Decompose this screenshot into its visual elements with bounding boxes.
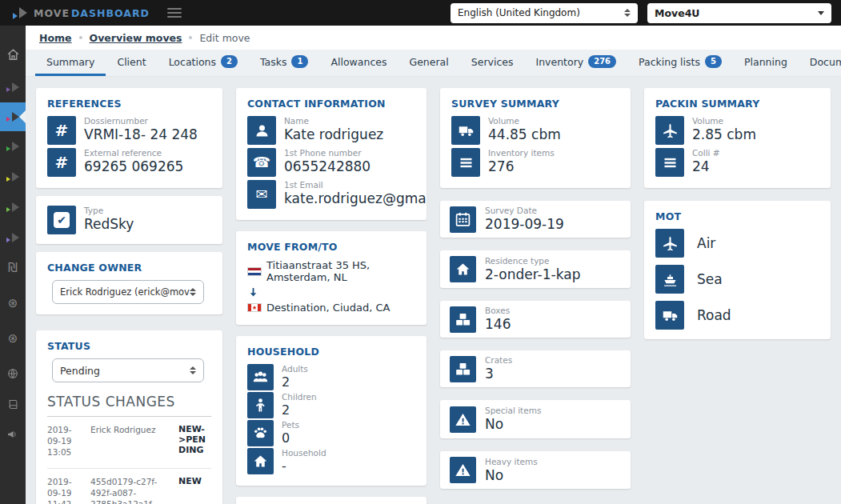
- sidebar-item-settings-1[interactable]: ⊛: [0, 288, 26, 318]
- status-change-value: NEW->PENDING: [178, 424, 211, 458]
- plane-icon: [655, 229, 684, 258]
- type-card: ✔ Type RedSky: [36, 196, 222, 244]
- warning-icon: [450, 457, 476, 483]
- field-label: Type: [84, 206, 134, 216]
- survey-date-card: Survey Date 2019-09-19: [440, 201, 631, 238]
- column-3: SURVEY SUMMARY Volume 44.85 cbm In: [440, 88, 631, 489]
- tab-services[interactable]: Services: [460, 50, 525, 76]
- sidebar-item-module-6[interactable]: [0, 222, 26, 253]
- card-title: MOT: [655, 210, 819, 222]
- sidebar-item-announcements[interactable]: [0, 419, 26, 450]
- residence-type-value: 2-onder-1-kap: [485, 266, 580, 282]
- crates-count: 3: [485, 366, 512, 382]
- crates-card: Crates 3: [440, 350, 631, 387]
- paw-icon: [247, 420, 274, 446]
- status-changes-table: 2019-09-19 13:05 Erick Rodriguez NEW->PE…: [47, 416, 211, 504]
- sidebar-item-module-4[interactable]: [0, 162, 26, 192]
- tab-planning[interactable]: Planning: [733, 50, 799, 76]
- tab-inventory[interactable]: Inventory276: [524, 50, 627, 76]
- tab-badge: 2: [221, 55, 238, 68]
- module-arrow-icon: [6, 172, 19, 182]
- status-select[interactable]: Pending: [52, 358, 204, 382]
- menu-icon[interactable]: [167, 8, 182, 18]
- adults-icon: [247, 364, 274, 390]
- main-area: Home Overview moves Edit move Summary Cl…: [26, 26, 841, 504]
- sidebar-item-currency[interactable]: ₪: [0, 253, 26, 283]
- references-card: REFERENCES # Dossiernumber VRMI-18- 24 2…: [36, 88, 222, 188]
- column-2: CONTACT INFORMATION Name Kate rodriguez …: [236, 88, 427, 504]
- breadcrumb-overview-link[interactable]: Overview moves: [90, 32, 182, 44]
- survey-volume: 44.85 cbm: [488, 126, 561, 142]
- sidebar-item-globe[interactable]: [0, 358, 26, 389]
- sidebar-item-home[interactable]: [0, 37, 26, 72]
- cubes-icon: [450, 306, 476, 333]
- tab-general[interactable]: General: [398, 50, 459, 76]
- card-title: PACKIN SUMMARY: [655, 98, 819, 110]
- select-stepper-icon: [190, 288, 196, 296]
- sidebar-item-settings-2[interactable]: ⊛: [0, 323, 26, 354]
- status-change-user: Erick Rodriguez: [90, 424, 172, 458]
- tab-client[interactable]: Client: [106, 50, 157, 76]
- megaphone-icon: [6, 428, 19, 441]
- tab-packing-lists[interactable]: Packing lists5: [627, 50, 733, 76]
- tab-summary[interactable]: Summary: [35, 50, 106, 76]
- card-title: MOVE FROM/TO: [247, 241, 415, 253]
- tab-allowances[interactable]: Allowances: [319, 50, 398, 76]
- field-label: Colli #: [692, 148, 720, 158]
- tab-documents[interactable]: Documents3: [799, 50, 841, 76]
- list-icon: [451, 148, 480, 177]
- field-label: Pets: [282, 420, 299, 430]
- destination-address-row: Destination, Ciudad, CA: [247, 302, 415, 314]
- breadcrumb-separator: [79, 36, 82, 39]
- contact-phone: 0655242880: [284, 158, 370, 174]
- tab-badge: 1: [291, 55, 308, 68]
- tab-badge: 5: [705, 55, 722, 68]
- sidebar-item-module-2-active[interactable]: [0, 102, 26, 131]
- mot-air-label: Air: [697, 235, 715, 251]
- breadcrumb-home-link[interactable]: Home: [39, 32, 72, 44]
- logo-text-dashboard: DASHBOARD: [71, 7, 150, 19]
- sidebar-item-module-1[interactable]: [0, 72, 26, 102]
- field-label: Crates: [485, 355, 512, 366]
- tab-tasks[interactable]: Tasks1: [249, 50, 319, 76]
- owner-select[interactable]: Erick Rodriguez (erick@move4u.com): [52, 280, 204, 304]
- tab-locations[interactable]: Locations2: [158, 50, 249, 76]
- mot-sea-label: Sea: [697, 271, 723, 287]
- status-change-user: 455d0179-c27f-492f-a087-2785b3a12a1f: [90, 476, 172, 504]
- shekel-icon: ₪: [8, 262, 18, 274]
- language-select-value: English (United Kingdom): [458, 7, 580, 18]
- status-card: STATUS Pending STATUS CHANGES 2019-09-19…: [36, 330, 222, 504]
- person-icon: [247, 116, 276, 145]
- status-select-value: Pending: [60, 365, 100, 377]
- breadcrumb-separator: [189, 36, 192, 39]
- direction-arrow-row: [247, 286, 415, 298]
- language-select[interactable]: English (United Kingdom): [451, 3, 638, 23]
- account-select[interactable]: Move4U: [647, 3, 831, 23]
- packin-summary-card: PACKIN SUMMARY Volume 2.85 cbm Col: [644, 88, 831, 188]
- sidebar-item-module-3[interactable]: [0, 131, 26, 162]
- contact-name: Kate rodriguez: [284, 126, 383, 142]
- envelope-icon: ✉: [247, 180, 276, 209]
- comment-card: COMMENT: [236, 497, 427, 504]
- field-label: External reference: [84, 148, 183, 158]
- contact-information-card: CONTACT INFORMATION Name Kate rodriguez …: [236, 88, 427, 220]
- sidebar-item-module-5[interactable]: [0, 192, 26, 222]
- field-label: Adults: [282, 364, 308, 374]
- chevron-down-icon: [818, 11, 824, 15]
- field-label: Special items: [485, 406, 541, 416]
- field-label: Heavy items: [485, 457, 538, 467]
- card-title: REFERENCES: [47, 98, 211, 110]
- field-label: 1st Phone number: [284, 148, 370, 158]
- circled-asterisk-icon: ⊛: [8, 333, 18, 345]
- home-icon: [450, 256, 476, 282]
- packing-volume: 2.85 cbm: [692, 126, 756, 142]
- move4u-arrow-icon: [11, 6, 27, 19]
- select-stepper-icon: [624, 9, 631, 17]
- canada-flag-icon: [247, 303, 262, 312]
- phone-icon: ☎: [247, 148, 276, 177]
- app-logo[interactable]: MOVE DASHBOARD: [11, 6, 150, 19]
- children-count: 2: [282, 402, 317, 418]
- arrow-down-icon: [247, 286, 259, 298]
- logo-text-move: MOVE: [34, 7, 70, 19]
- sidebar-item-docs[interactable]: [0, 389, 26, 419]
